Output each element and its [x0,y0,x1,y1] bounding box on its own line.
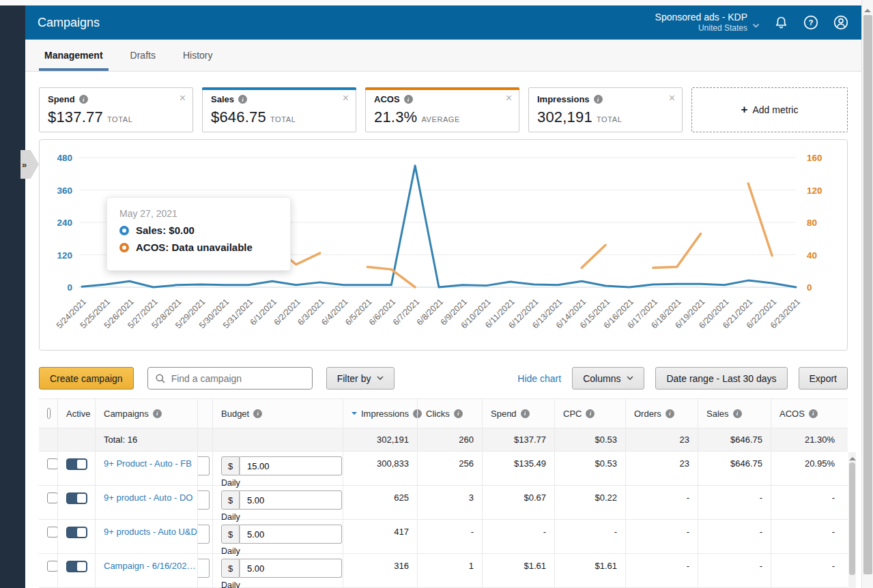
info-icon[interactable]: i [454,409,463,418]
cell-acos: - [771,520,843,553]
info-icon[interactable]: i [79,95,88,104]
metric-card[interactable]: Impressionsi × 302,191TOTAL [528,87,683,132]
row-checkbox[interactable] [47,527,58,538]
metric-card[interactable]: Spendi × $137.77TOTAL [39,87,193,132]
column-header-impressions[interactable]: Impressionsi [343,399,417,428]
info-icon[interactable]: i [666,409,674,418]
active-toggle[interactable] [66,458,87,470]
info-icon[interactable]: i [153,409,162,418]
metric-suffix: TOTAL [597,115,622,123]
right-axis-tick: 160 [807,153,822,163]
export-button[interactable]: Export [799,367,848,389]
campaign-link[interactable]: 9+ products - Auto U&D [104,527,197,537]
metric-card[interactable]: ACOSi × 21.3%AVERAGE [365,87,519,132]
campaign-link[interactable]: Campaign - 6/16/202… [104,561,195,571]
close-icon[interactable]: × [669,93,675,104]
right-axis-tick: 120 [807,186,822,196]
truncated-input[interactable] [198,559,210,578]
create-campaign-button[interactable]: Create campaign [39,367,134,389]
truncated-input[interactable] [198,490,210,510]
active-toggle[interactable] [66,493,87,504]
performance-chart: 0012040240803601204801605/24/20215/25/20… [39,139,848,351]
scroll-up-icon[interactable] [849,454,856,460]
add-metric-button[interactable]: + Add metric [691,87,848,132]
app-header: Campaigns Sponsored ads - KDP United Sta… [25,5,861,40]
row-checkbox[interactable] [47,458,58,469]
tooltip-acos: ACOS: Data unavailable [136,241,253,253]
cell-cpc: $1.61 [554,554,625,587]
campaign-link[interactable]: 9+ Product - Auto - FB [104,458,192,469]
tab-drafts[interactable]: Drafts [130,40,156,71]
cell-cpc: - [554,520,625,553]
info-icon[interactable]: i [809,409,818,418]
filter-by-button[interactable]: Filter by [326,367,395,389]
search-input[interactable] [171,373,305,384]
help-icon[interactable]: ? [803,14,819,31]
cell-cpc: $0.22 [554,486,625,519]
metric-card[interactable]: Salesi × $646.75TOTAL [202,87,356,132]
info-icon[interactable]: i [521,409,530,418]
info-icon[interactable]: i [733,409,742,418]
cell-sales: - [698,486,771,519]
total-sales: $646.75 [698,428,771,451]
left-axis-tick: 120 [57,250,72,261]
acos-series-dot [119,243,129,252]
budget-input[interactable] [240,559,342,578]
column-header-blank [197,399,213,428]
chevron-down-icon [377,376,384,381]
right-axis-tick: 40 [807,250,817,261]
info-icon[interactable]: i [238,95,247,104]
campaign-link[interactable]: 9+ product - Auto - DO [104,493,192,503]
budget-input[interactable] [240,490,342,510]
date-range-button[interactable]: Date range - Last 30 days [655,367,787,389]
metric-label: Spend [48,94,75,104]
info-icon[interactable]: i [594,95,603,104]
cell-impressions: 417 [343,520,417,553]
column-header-campaigns[interactable]: Campaignsi [95,399,197,428]
budget-input[interactable] [240,525,342,544]
column-header-orders[interactable]: Ordersi [625,399,698,428]
column-header-budget[interactable]: Budgeti [212,399,343,428]
metric-label: ACOS [374,94,400,104]
truncated-input[interactable] [198,456,210,475]
tab-management[interactable]: Management [44,40,103,71]
metric-value: 302,191 [537,108,592,126]
table-scrollbar-thumb[interactable] [849,462,855,575]
column-header-cpc[interactable]: CPCi [554,399,625,428]
column-header-sales[interactable]: Salesi [698,399,771,428]
column-header-active[interactable]: Active [57,399,95,428]
table-scrollbar[interactable] [848,452,856,588]
column-header-spend[interactable]: Spendi [482,399,554,428]
page-scrollbar[interactable] [861,0,873,588]
row-checkbox[interactable] [47,493,58,503]
row-checkbox[interactable] [47,561,58,572]
active-toggle[interactable] [66,527,87,538]
page-scrollbar-thumb[interactable] [863,15,872,574]
scroll-up-icon[interactable] [864,5,871,12]
tab-history[interactable]: History [183,40,213,71]
hide-chart-link[interactable]: Hide chart [517,373,561,384]
cell-clicks: 3 [417,486,482,519]
close-icon[interactable]: × [506,93,512,104]
notifications-bell-icon[interactable] [773,15,789,31]
close-icon[interactable]: × [343,93,349,104]
total-label: Total: 16 [95,428,197,451]
cell-orders: 23 [625,452,698,485]
account-switcher[interactable]: Sponsored ads - KDP United States [655,11,760,34]
select-all-checkbox[interactable] [47,408,51,419]
account-icon[interactable] [833,14,849,31]
close-icon[interactable]: × [180,93,186,104]
info-icon[interactable]: i [586,409,595,418]
column-header-clicks[interactable]: Clicksi [417,399,482,428]
truncated-input[interactable] [198,525,210,544]
cell-orders: - [625,520,698,553]
campaign-search[interactable] [147,367,313,389]
active-toggle[interactable] [66,561,87,572]
left-nav-rail [0,5,25,588]
column-header-acos[interactable]: ACOSi [771,399,843,428]
columns-button[interactable]: Columns [572,367,644,389]
cell-spend: $1.61 [482,554,554,587]
info-icon[interactable]: i [404,95,413,104]
budget-input[interactable] [240,456,342,475]
info-icon[interactable]: i [253,409,262,418]
